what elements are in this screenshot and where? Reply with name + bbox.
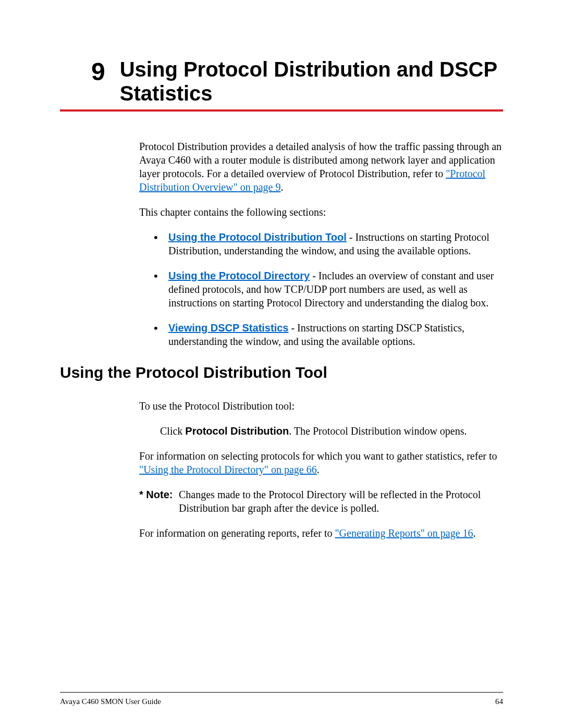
intro-paragraph: Protocol Distribution provides a detaile… (139, 140, 503, 194)
step-before: Click (160, 425, 185, 437)
page: 9 Using Protocol Distribution and DSCP S… (0, 0, 563, 728)
footer-left: Avaya C460 SMON User Guide (60, 697, 161, 706)
intro-text-after: . (280, 181, 283, 193)
note-label: * Note: (139, 488, 176, 501)
chapter-header: 9 Using Protocol Distribution and DSCP S… (60, 57, 503, 105)
link-viewing-dscp-statistics[interactable]: Viewing DSCP Statistics (168, 322, 288, 334)
chapter-divider (60, 109, 503, 112)
list-item: Using the Protocol Distribution Tool - I… (154, 230, 503, 257)
step-paragraph: Click Protocol Distribution. The Protoco… (160, 424, 503, 438)
p2-before: For information on selecting protocols f… (139, 450, 497, 462)
paragraph-selecting-protocols: For information on selecting protocols f… (139, 449, 503, 476)
note-block: * Note: Changes made to the Protocol Dir… (139, 488, 503, 515)
section-heading: Using the Protocol Distribution Tool (60, 364, 503, 381)
section-body: To use the Protocol Distribution tool: C… (139, 399, 503, 540)
p2-after: . (317, 464, 320, 475)
link-using-protocol-directory[interactable]: Using the Protocol Directory (168, 270, 310, 281)
step-after: . The Protocol Distribution window opens… (289, 425, 467, 437)
p3-before: For information on generating reports, r… (139, 527, 335, 539)
p3-after: . (473, 527, 476, 539)
list-item: Viewing DSCP Statistics - Instructions o… (154, 321, 503, 348)
sections-intro: This chapter contains the following sect… (139, 205, 503, 219)
section-bullets: Using the Protocol Distribution Tool - I… (154, 230, 503, 348)
list-item: Using the Protocol Directory - Includes … (154, 269, 503, 310)
chapter-number: 9 (91, 59, 105, 84)
step-bold: Protocol Distribution (185, 425, 289, 437)
footer-page-number: 64 (495, 697, 503, 706)
link-using-protocol-distribution-tool[interactable]: Using the Protocol Distribution Tool (168, 231, 347, 243)
note-text: Changes made to the Protocol Directory w… (179, 488, 503, 515)
link-using-protocol-directory-page[interactable]: "Using the Protocol Directory" on page 6… (139, 464, 317, 475)
paragraph-generating-reports: For information on generating reports, r… (139, 526, 503, 540)
page-footer: Avaya C460 SMON User Guide 64 (60, 697, 503, 706)
footer-divider (60, 692, 503, 693)
link-generating-reports[interactable]: "Generating Reports" on page 16 (335, 527, 473, 539)
section-lead: To use the Protocol Distribution tool: (139, 399, 503, 413)
body-content: Protocol Distribution provides a detaile… (139, 140, 503, 348)
chapter-title: Using Protocol Distribution and DSCP Sta… (120, 57, 503, 105)
